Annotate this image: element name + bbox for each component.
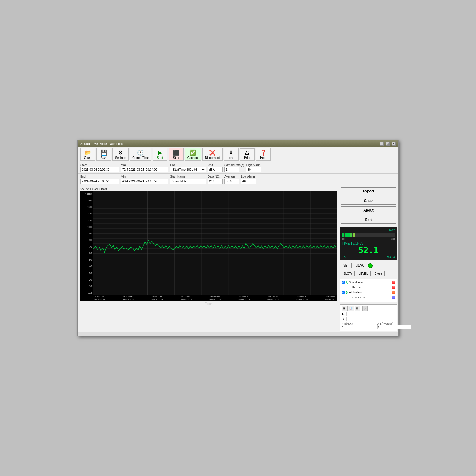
max-field: Max [121, 163, 168, 172]
meter-bar [342, 233, 395, 237]
chart-container[interactable]: 148.8 140 130 120 110 100 90 80 70 60 50… [80, 191, 337, 301]
legend-name-failure: Failure [352, 286, 361, 289]
info-bar: Start Max File StartTime:2021-03- Unit S… [78, 162, 398, 174]
slow-button[interactable]: SLOW [341, 271, 355, 276]
load-icon: ⬇ [229, 149, 233, 156]
legend-icon-failure: ▦ [392, 285, 395, 289]
connect-icon: ✅ [190, 149, 196, 156]
ab-no-input[interactable] [342, 325, 375, 329]
export-button[interactable]: Export [341, 187, 396, 195]
settings-button[interactable]: ⚙ Settings [112, 148, 129, 161]
start-name-input[interactable] [170, 178, 206, 184]
load-button[interactable]: ⬇ Load [224, 148, 239, 161]
y-label-14: 10 [80, 285, 93, 288]
stop-label: Stop [173, 156, 179, 159]
unit-label: Unit [208, 163, 223, 167]
window-controls: — □ ✕ [380, 142, 396, 146]
horizontal-scrollbar[interactable] [78, 332, 398, 336]
low-alarm-label: Low Alarm [241, 175, 256, 178]
help-label: Help [260, 156, 266, 159]
sample-rate-input[interactable] [224, 167, 239, 172]
help-button[interactable]: ❓ Help [256, 148, 271, 161]
low-alarm-input[interactable] [241, 178, 256, 184]
stop-button[interactable]: ⬛ Stop [169, 148, 184, 161]
close-panel-button[interactable]: Close [372, 271, 385, 276]
file-field: File StartTime:2021-03- [170, 163, 206, 172]
x-label-8: 20:05:562021/03/24 [325, 296, 337, 301]
load-label: Load [228, 156, 234, 159]
y-label-13: 20 [80, 278, 93, 281]
y-label-12: 30 [80, 272, 93, 275]
legend-item-a: A SoundLevel ▦ [342, 280, 395, 284]
right-panel: Export Clear About Exit FAST [339, 185, 398, 332]
start-button[interactable]: ▶ Start [153, 148, 167, 161]
y-label-1: 140 [80, 199, 93, 202]
disconnect-button[interactable]: ❌ Disconnect [202, 148, 222, 161]
y-label-15: -1.2 [80, 291, 93, 294]
maximize-button[interactable]: □ [386, 142, 390, 146]
average-input[interactable] [224, 178, 239, 184]
high-alarm-field: High Alarm [246, 163, 261, 172]
window-title: Sound Level Meter Datalogger [80, 142, 125, 145]
exit-button[interactable]: Exit [341, 216, 396, 224]
x-label-2: 20:03:202021/03/24 [151, 296, 163, 301]
about-button[interactable]: About [341, 206, 396, 214]
unit-input[interactable] [208, 167, 223, 172]
save-button[interactable]: 💾 Save [96, 148, 111, 161]
correct-time-label: CorrectTime [132, 156, 149, 159]
legend-checkbox-b[interactable] [342, 291, 345, 294]
minimize-button[interactable]: — [380, 142, 384, 146]
ab-tool-1[interactable]: ⊞ [342, 306, 347, 311]
meter-controls-2: SLOW LEVEL Close [339, 270, 398, 278]
level-button[interactable]: LEVEL [356, 271, 370, 276]
file-select[interactable]: StartTime:2021-03- [170, 167, 206, 172]
y-label-8: 70 [80, 245, 93, 248]
open-label: Open [84, 156, 91, 159]
legend-icon-b: ▦ [392, 290, 395, 295]
data-no-label: Data NO. [208, 175, 223, 178]
max-input[interactable] [121, 167, 168, 172]
data-no-input[interactable] [208, 178, 223, 184]
x-label-6: 20:05:002021/03/24 [267, 296, 279, 301]
min-input[interactable] [121, 178, 168, 184]
ab-tool-3[interactable]: ⊡ [355, 306, 360, 311]
chart-y-axis: 148.8 140 130 120 110 100 90 80 70 60 50… [80, 191, 93, 295]
high-alarm-input[interactable] [246, 167, 261, 172]
legend-item-failure: Failure ▦ [342, 285, 395, 289]
open-button[interactable]: 📂 Open [80, 148, 95, 161]
average-label: Average [224, 175, 239, 178]
close-button[interactable]: ✕ [392, 142, 396, 146]
set-button[interactable]: SET [341, 263, 352, 268]
print-button[interactable]: 🖨 Print [240, 148, 255, 161]
connect-label: Connect [187, 156, 198, 159]
ab-a-input[interactable] [346, 312, 395, 316]
settings-icon: ⚙ [118, 149, 123, 156]
ab-avg-stat: A-B(Average) [377, 322, 411, 329]
meter-display: FAST 30 130 [340, 227, 397, 260]
disconnect-icon: ❌ [209, 149, 216, 156]
legend-checkbox-a[interactable] [342, 281, 345, 284]
end-input[interactable] [80, 178, 119, 184]
meter-controls: SET dBA/C [339, 262, 398, 270]
clear-button[interactable]: Clear [341, 197, 396, 205]
ab-tool-diamond[interactable]: ◇ [362, 306, 368, 311]
help-icon: ❓ [260, 149, 267, 156]
ab-area: ⊞ 📊 ⊡ ◇ A B A-B(NO.) [340, 304, 397, 331]
meter-unit-row: dBA AUTO [342, 255, 395, 259]
toolbar: 📂 Open 💾 Save ⚙ Settings 🕐 CorrectTime ▶… [78, 147, 398, 162]
ab-b-input[interactable] [346, 317, 395, 321]
chart-x-axis: 20:02:302021/03/24 20:02:552021/03/24 20… [93, 295, 337, 301]
save-icon: 💾 [101, 149, 107, 156]
ab-b-label: B [342, 317, 345, 321]
dba-c-button[interactable]: dBA/C [353, 263, 367, 268]
titlebar: Sound Level Meter Datalogger — □ ✕ [78, 140, 398, 147]
file-label: File [170, 163, 206, 167]
correct-time-button[interactable]: 🕐 CorrectTime [130, 148, 151, 161]
start-input[interactable] [80, 167, 119, 172]
chart-area: Sound Level Chart 148.8 140 130 120 110 … [78, 185, 339, 332]
ab-tool-2[interactable]: 📊 [347, 306, 354, 311]
legend-icon-a: ▦ [392, 280, 395, 284]
y-label-4: 110 [80, 219, 93, 222]
connect-button[interactable]: ✅ Connect [185, 148, 201, 161]
ab-avg-input[interactable] [377, 325, 411, 329]
